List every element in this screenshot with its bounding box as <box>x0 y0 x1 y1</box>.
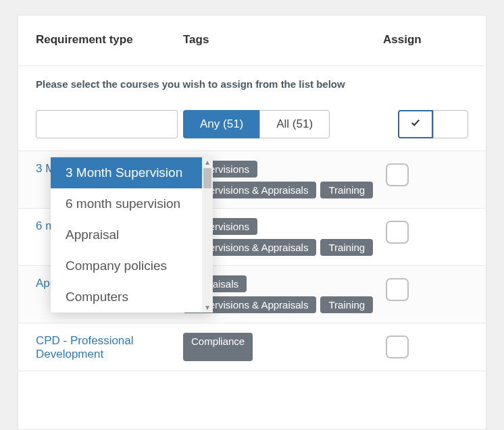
course-assign-cell <box>383 333 468 361</box>
dropdown-item[interactable]: 6 month supervision <box>51 188 202 219</box>
dropdown-item[interactable]: 3 Month Supervision <box>51 157 202 188</box>
column-headers: Requirement type Tags Assign <box>18 33 486 66</box>
dropdown-item[interactable]: Computers <box>51 281 202 313</box>
course-tags: Supervisions Supervisions & Appraisals T… <box>183 161 383 198</box>
assign-checkbox[interactable] <box>386 163 409 186</box>
course-name[interactable]: CPD - Professional Development <box>36 333 183 361</box>
assign-toggle-on[interactable] <box>398 110 433 138</box>
dropdown-scrollbar[interactable]: ▲ ▼ <box>202 157 213 313</box>
tag: Training <box>320 239 373 256</box>
instruction-text: Please select the courses you wish to as… <box>18 66 486 110</box>
header-assign: Assign <box>383 33 468 47</box>
course-assign-cell <box>383 161 468 198</box>
requirement-type-dropdown: 3 Month Supervision 6 month supervision … <box>51 157 213 313</box>
assign-checkbox[interactable] <box>386 221 409 244</box>
tag: Training <box>320 182 373 198</box>
course-assign-cell <box>383 218 468 256</box>
assign-toggle-off[interactable] <box>433 110 468 138</box>
scroll-up-icon[interactable]: ▲ <box>204 157 211 167</box>
course-tags: Appraisals Supervisions & Appraisals Tra… <box>183 275 383 313</box>
assign-checkbox[interactable] <box>386 278 409 301</box>
filter-row: Any (51) All (51) <box>18 110 486 151</box>
any-button[interactable]: Any (51) <box>183 110 259 138</box>
dropdown-item[interactable]: Company policies <box>51 250 202 281</box>
course-tags: Supervisions Supervisions & Appraisals T… <box>183 218 383 256</box>
scroll-down-icon[interactable]: ▼ <box>204 302 211 313</box>
dropdown-item[interactable]: Appraisal <box>51 219 202 250</box>
header-tags: Tags <box>183 33 383 47</box>
search-input[interactable] <box>36 110 178 138</box>
assign-checkbox[interactable] <box>386 335 409 358</box>
assignment-card: Requirement type Tags Assign Please sele… <box>18 15 486 430</box>
check-icon <box>411 118 420 130</box>
all-button[interactable]: All (51) <box>259 110 330 138</box>
course-row: CPD - Professional Development Complianc… <box>18 323 486 371</box>
dropdown-list: 3 Month Supervision 6 month supervision … <box>51 157 202 313</box>
assign-all-toggle[interactable] <box>398 110 468 138</box>
header-requirement-type: Requirement type <box>36 33 183 47</box>
course-assign-cell <box>383 275 468 313</box>
tag: Training <box>320 296 373 313</box>
scroll-thumb[interactable] <box>203 168 211 188</box>
tag: Compliance <box>183 333 253 361</box>
course-tags: Compliance <box>183 333 383 361</box>
any-all-toggle: Any (51) All (51) <box>183 110 330 138</box>
